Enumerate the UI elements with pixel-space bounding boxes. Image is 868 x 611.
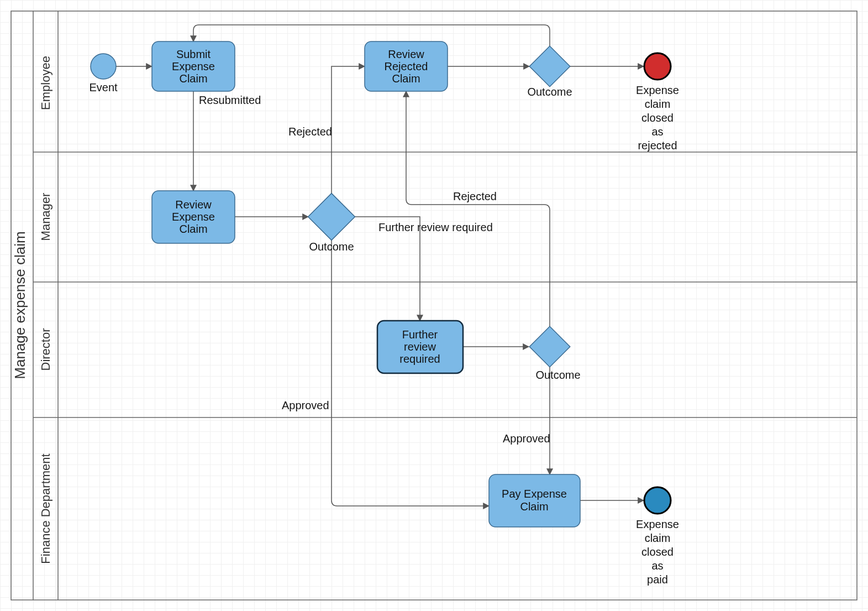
diagram-canvas: Manage expense claim Employee Manager Di…: [0, 0, 868, 611]
svg-text:Outcome: Outcome: [527, 86, 572, 98]
svg-text:closed: closed: [641, 112, 674, 124]
svg-text:Claim: Claim: [179, 72, 207, 85]
flow-gwmgr-rejected: [332, 66, 365, 194]
lane-label-employee: Employee: [39, 56, 52, 110]
svg-text:Submit: Submit: [176, 48, 211, 60]
edge-label-approved-mgr: Approved: [282, 399, 329, 411]
svg-point-32: [644, 487, 671, 514]
edge-label-further: Further review required: [378, 221, 493, 233]
svg-text:paid: paid: [647, 573, 668, 586]
task-review-expense-claim[interactable]: Review Expense Claim: [152, 191, 235, 243]
svg-rect-9: [529, 46, 570, 87]
svg-text:Expense: Expense: [172, 60, 215, 72]
svg-text:Review: Review: [388, 48, 424, 60]
task-further-review-required[interactable]: Further review required: [377, 321, 463, 373]
svg-text:Outcome: Outcome: [309, 241, 354, 253]
svg-text:Expense: Expense: [172, 211, 215, 223]
svg-text:as: as: [651, 126, 663, 138]
lane-label-director: Director: [39, 328, 52, 370]
task-pay-expense-claim[interactable]: Pay Expense Claim: [489, 474, 580, 527]
edge-label-resubmitted: Resubmitted: [199, 94, 261, 106]
edge-label-rejected-mgr: Rejected: [288, 126, 332, 138]
svg-text:closed: closed: [641, 546, 674, 558]
svg-text:Claim: Claim: [520, 500, 548, 513]
edge-label-approved-dir: Approved: [503, 432, 550, 445]
svg-text:Review: Review: [175, 199, 212, 211]
edge-label-rejected-dir: Rejected: [453, 190, 497, 202]
svg-text:rejected: rejected: [638, 139, 677, 152]
end-event-paid[interactable]: Expense claim closed as paid: [636, 487, 679, 586]
task-review-rejected-claim[interactable]: Review Rejected Claim: [365, 41, 448, 91]
svg-text:Claim: Claim: [392, 72, 420, 85]
svg-text:Outcome: Outcome: [535, 369, 580, 381]
svg-text:Pay Expense: Pay Expense: [502, 488, 567, 500]
svg-text:Claim: Claim: [179, 223, 207, 235]
start-event[interactable]: Event: [89, 54, 118, 93]
svg-text:as: as: [651, 560, 663, 572]
svg-text:claim: claim: [645, 532, 671, 544]
pool-border: [11, 11, 857, 600]
svg-text:Further: Further: [402, 328, 438, 341]
end-event-rejected[interactable]: Expense claim closed as rejected: [636, 53, 679, 152]
start-event-label: Event: [89, 81, 118, 93]
bpmn-diagram: Manage expense claim Employee Manager Di…: [0, 0, 868, 611]
lane-label-finance: Finance Department: [39, 453, 52, 563]
gateway-director-outcome[interactable]: Outcome: [529, 326, 580, 381]
lane-label-manager: Manager: [39, 193, 52, 241]
svg-point-11: [644, 53, 671, 80]
flow-gwdir-rejected: [406, 91, 550, 326]
pool-title: Manage expense claim: [12, 231, 28, 379]
svg-point-0: [91, 54, 116, 79]
svg-text:Expense: Expense: [636, 518, 679, 530]
task-submit-expense-claim[interactable]: Submit Expense Claim: [152, 41, 235, 91]
svg-text:Rejected: Rejected: [385, 60, 428, 72]
svg-text:review: review: [404, 341, 436, 353]
svg-text:claim: claim: [645, 98, 671, 110]
svg-rect-21: [308, 194, 355, 241]
gateway-manager-outcome[interactable]: Outcome: [308, 194, 355, 253]
svg-text:required: required: [399, 353, 440, 365]
gateway-employee-outcome[interactable]: Outcome: [527, 46, 572, 98]
svg-rect-27: [529, 326, 570, 367]
svg-text:Expense: Expense: [636, 84, 679, 96]
